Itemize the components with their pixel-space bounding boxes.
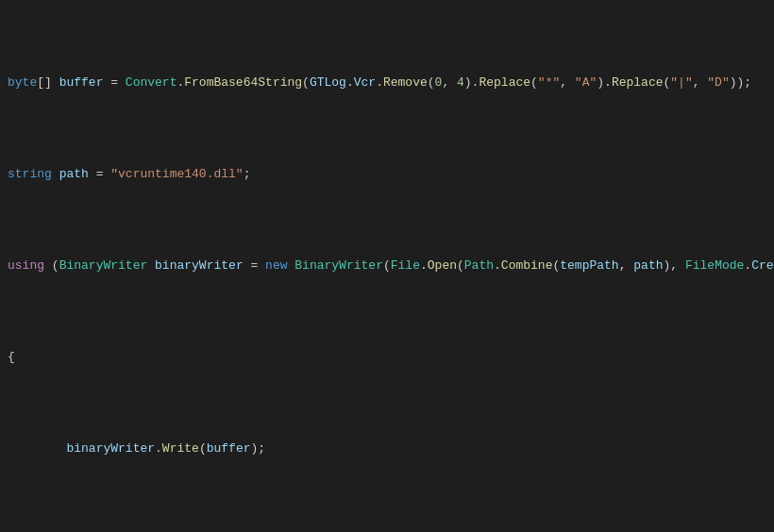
- code-line: {: [0, 348, 774, 366]
- code-line: byte[] buffer = Convert.FromBase64String…: [0, 74, 774, 91]
- code-line: string path = "vcruntime140.dll";: [0, 165, 774, 183]
- code-line: using (BinaryWriter binaryWriter = new B…: [0, 257, 774, 274]
- code-block-1: byte[] buffer = Convert.FromBase64String…: [0, 0, 774, 532]
- code-line: binaryWriter.Write(buffer);: [0, 440, 774, 457]
- code-editor: byte[] buffer = Convert.FromBase64String…: [0, 0, 774, 532]
